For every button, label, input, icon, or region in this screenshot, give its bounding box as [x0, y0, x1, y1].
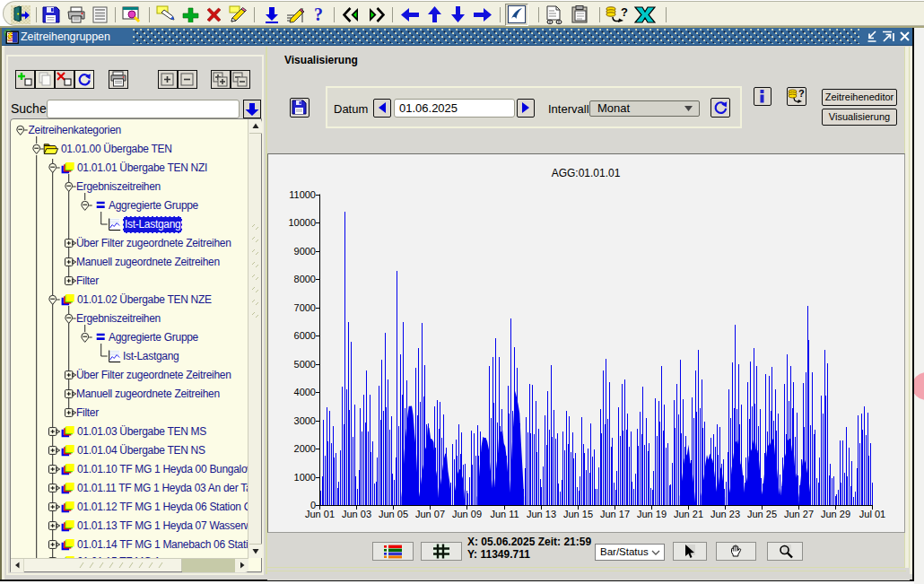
svg-text:Jun 27: Jun 27 [784, 509, 814, 519]
svg-text:Jun 21: Jun 21 [674, 509, 703, 519]
svg-text:Jun 11: Jun 11 [490, 509, 519, 519]
svg-text:Jun 23: Jun 23 [710, 509, 740, 519]
svg-text:10000: 10000 [288, 217, 316, 228]
svg-text:9000: 9000 [294, 246, 316, 257]
svg-text:Jun 25: Jun 25 [747, 509, 777, 519]
svg-text:Jun 29: Jun 29 [821, 509, 850, 519]
svg-text:?: ? [314, 5, 323, 24]
svg-text:7000: 7000 [294, 302, 316, 313]
svg-text:Jun 17: Jun 17 [600, 509, 630, 519]
svg-text:3000: 3000 [294, 415, 316, 426]
svg-text:2000: 2000 [294, 443, 316, 454]
svg-text:?: ? [621, 5, 628, 19]
svg-text:Jun 19: Jun 19 [637, 509, 667, 519]
svg-text:Jul 01: Jul 01 [859, 509, 885, 519]
svg-text:11000: 11000 [289, 189, 316, 200]
svg-text:Jun 13: Jun 13 [527, 509, 556, 519]
svg-text:8000: 8000 [294, 274, 316, 284]
svg-text:AGG:01.01.01: AGG:01.01.01 [552, 167, 621, 179]
svg-text:Jun 03: Jun 03 [342, 509, 371, 519]
svg-text:1000: 1000 [294, 472, 316, 483]
svg-text:Jun 01: Jun 01 [305, 509, 335, 519]
svg-text:Jun 05: Jun 05 [379, 509, 408, 519]
svg-text:4000: 4000 [294, 387, 316, 397]
svg-text:Jun 15: Jun 15 [563, 509, 593, 519]
svg-text:?: ? [798, 88, 805, 99]
svg-text:5000: 5000 [294, 359, 316, 370]
svg-text:6000: 6000 [294, 330, 316, 341]
svg-text:Jun 07: Jun 07 [415, 509, 445, 519]
svg-text:Jun 09: Jun 09 [452, 509, 482, 519]
